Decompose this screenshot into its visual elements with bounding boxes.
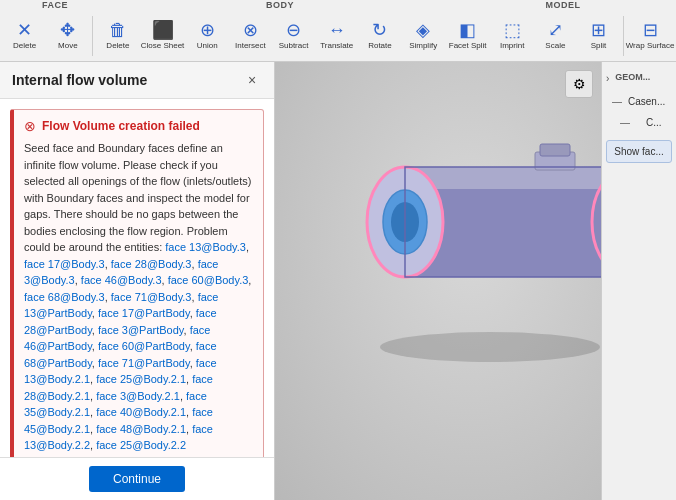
panel-title: Internal flow volume xyxy=(12,72,147,88)
delete-icon: ✕ xyxy=(17,21,32,39)
imprint-icon: ⬚ xyxy=(504,21,521,39)
tool-subtract-btn[interactable]: ⊖ Subtract xyxy=(273,14,314,58)
error-link[interactable]: face 60@PartBody xyxy=(98,340,190,352)
error-link[interactable]: face 46@Body.3 xyxy=(81,274,162,286)
tool-intersect-btn[interactable]: ⊗ Intersect xyxy=(230,14,271,58)
geo-label: GEOM... xyxy=(611,70,654,84)
error-link[interactable]: face 25@Body.2.1 xyxy=(96,373,186,385)
error-link[interactable]: face 48@Body.2.1 xyxy=(96,423,186,435)
tool-wrap-surface-label: Wrap Surface xyxy=(626,41,675,50)
scale-icon: ⤢ xyxy=(548,21,563,39)
tool-translate-label: Translate xyxy=(320,41,353,50)
show-face-button[interactable]: Show fac... xyxy=(606,140,672,163)
tool-rotate-btn[interactable]: ↻ Rotate xyxy=(359,14,400,58)
error-link[interactable]: face 13@Body.3 xyxy=(165,241,246,253)
error-link[interactable]: face 60@Body.3 xyxy=(168,274,249,286)
panel-footer: Continue xyxy=(0,457,274,500)
rotate-icon: ↻ xyxy=(372,21,387,39)
close-sheet-icon: ⬛ xyxy=(152,21,174,39)
intersect-icon: ⊗ xyxy=(243,21,258,39)
error-link[interactable]: face 25@Body.2.2 xyxy=(96,439,186,451)
indent-icon: — xyxy=(620,117,630,128)
tool-wrap-surface-btn[interactable]: ⊟ Wrap Surface xyxy=(628,14,672,58)
translate-icon: ↔ xyxy=(328,21,346,39)
tool-facet-split-btn[interactable]: ◧ Facet Split xyxy=(446,14,490,58)
tool-split-btn[interactable]: ⊞ Split xyxy=(578,14,619,58)
error-link[interactable]: face 3@Body.2.1 xyxy=(96,390,180,402)
simplify-icon: ◈ xyxy=(416,21,430,39)
tool-scale-label: Scale xyxy=(545,41,565,50)
model-shadow xyxy=(380,332,600,362)
split-icon: ⊞ xyxy=(591,21,606,39)
viewport-settings-button[interactable]: ⚙ xyxy=(565,70,593,98)
main-area: Internal flow volume × ⊗ Flow Volume cre… xyxy=(0,62,676,500)
tool-delete-btn[interactable]: ✕ Delete xyxy=(4,14,45,58)
facet-split-icon: ◧ xyxy=(459,21,476,39)
model-section-label: MODEL xyxy=(450,0,676,10)
error-link[interactable]: face 17@PartBody xyxy=(98,307,190,319)
tool-subtract-label: Subtract xyxy=(279,41,309,50)
delete2-icon: 🗑 xyxy=(109,21,127,39)
tool-translate-btn[interactable]: ↔ Translate xyxy=(316,14,357,58)
error-link[interactable]: face 68@Body.3 xyxy=(24,291,105,303)
wrap-surface-icon: ⊟ xyxy=(643,21,658,39)
error-link[interactable]: face 3@PartBody xyxy=(98,324,184,336)
tool-delete-label: Delete xyxy=(13,41,36,50)
panel-close-button[interactable]: × xyxy=(242,70,262,90)
3d-model-svg xyxy=(335,92,601,372)
error-link[interactable]: face 71@PartBody xyxy=(98,357,190,369)
error-link[interactable]: face 28@Body.3 xyxy=(111,258,192,270)
error-text: Seed face and Boundary faces define an i… xyxy=(24,140,253,454)
face-section-label: FACE xyxy=(0,0,110,10)
tool-imprint-label: Imprint xyxy=(500,41,524,50)
tool-close-sheet-label: Close Sheet xyxy=(141,41,185,50)
tool-split-label: Split xyxy=(591,41,607,50)
error-body-text: Seed face and Boundary faces define an i… xyxy=(24,142,251,253)
error-header: ⊗ Flow Volume creation failed xyxy=(24,118,253,134)
tool-delete2-label: Delete xyxy=(106,41,129,50)
tool-move-btn[interactable]: ✥ Move xyxy=(47,14,88,58)
error-links-container: face 13@Body.3, face 17@Body.3, face 28@… xyxy=(24,241,251,451)
viewport: ⚙ xyxy=(275,62,601,500)
left-panel: Internal flow volume × ⊗ Flow Volume cre… xyxy=(0,62,275,500)
error-link[interactable]: face 17@Body.3 xyxy=(24,258,105,270)
body-section-label: BODY xyxy=(110,0,450,10)
tool-close-sheet-btn[interactable]: ⬛ Close Sheet xyxy=(141,14,185,58)
divider-body-model xyxy=(623,16,624,56)
toolbar: FACE BODY MODEL ✕ Delete ✥ Move 🗑 Delete… xyxy=(0,0,676,62)
tool-delete2-btn[interactable]: 🗑 Delete xyxy=(97,14,138,58)
union-icon: ⊕ xyxy=(200,21,215,39)
viewport-settings-icon: ⚙ xyxy=(573,76,586,92)
collapse-icon: — xyxy=(612,96,622,107)
tool-facet-split-label: Facet Split xyxy=(449,41,487,50)
subtract-icon: ⊖ xyxy=(286,21,301,39)
error-icon: ⊗ xyxy=(24,118,36,134)
panel-header: Internal flow volume × xyxy=(0,62,274,99)
tool-move-label: Move xyxy=(58,41,78,50)
error-box: ⊗ Flow Volume creation failed Seed face … xyxy=(10,109,264,457)
panel-body: ⊗ Flow Volume creation failed Seed face … xyxy=(0,99,274,457)
expand-icon: › xyxy=(606,73,609,84)
tool-scale-btn[interactable]: ⤢ Scale xyxy=(535,14,576,58)
tool-simplify-btn[interactable]: ◈ Simplify xyxy=(403,14,444,58)
continue-button[interactable]: Continue xyxy=(89,466,185,492)
move-icon: ✥ xyxy=(60,21,75,39)
error-link[interactable]: face 71@Body.3 xyxy=(111,291,192,303)
top-attachment-2 xyxy=(540,144,570,156)
error-link[interactable]: face 40@Body.2.1 xyxy=(96,406,186,418)
tool-rotate-label: Rotate xyxy=(368,41,392,50)
right-item-c[interactable]: C... xyxy=(632,115,666,130)
tool-union-label: Union xyxy=(197,41,218,50)
error-title: Flow Volume creation failed xyxy=(42,119,200,133)
divider-face-body xyxy=(92,16,93,56)
tool-union-btn[interactable]: ⊕ Union xyxy=(187,14,228,58)
tool-simplify-label: Simplify xyxy=(409,41,437,50)
right-item-casen[interactable]: Casen... xyxy=(624,94,669,109)
tool-imprint-btn[interactable]: ⬚ Imprint xyxy=(492,14,533,58)
tool-intersect-label: Intersect xyxy=(235,41,266,50)
toolbar-section-labels: FACE BODY MODEL xyxy=(0,0,676,10)
right-panel: › GEOM... — Casen... — C... Show fac... xyxy=(601,62,676,500)
